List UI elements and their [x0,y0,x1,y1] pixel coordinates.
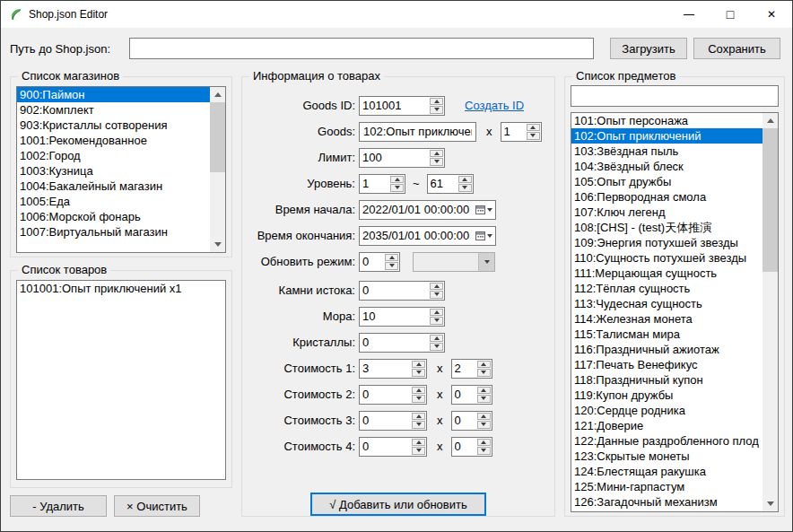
item-list-item[interactable]: 124:Блестящая ракушка [571,464,762,479]
item-list-item[interactable]: 126:Загадочный механизм [571,494,762,510]
items-filter-input[interactable] [571,85,779,107]
spin-up-icon[interactable] [430,309,443,317]
item-list-item[interactable]: 120:Сердце родника [571,403,762,418]
shops-scrollbar[interactable] [210,87,225,252]
level-min-input[interactable] [360,175,390,193]
item-list-item[interactable]: 101:Опыт персонажа [571,113,762,128]
scroll-up-icon[interactable] [210,87,225,102]
crystals-input[interactable] [360,334,430,352]
item-list-item[interactable]: 111:Мерцающая сущность [571,266,762,281]
spin-up-icon[interactable] [527,124,540,132]
cost2-id-input[interactable] [360,386,412,404]
time-start-value[interactable]: 2022/01/01 00:00:00 [360,203,472,216]
spin-up-icon[interactable] [430,335,443,343]
shop-list-item[interactable]: 902:Комплект [17,102,210,118]
calendar-dropdown-icon[interactable] [472,227,495,245]
path-input[interactable] [129,38,594,59]
add-or-update-button[interactable]: √ Добавить или обновить [310,493,486,516]
goods-id-spinner[interactable] [359,96,445,116]
item-list-item[interactable]: 110:Сущность потухшей звезды [571,250,762,266]
create-id-link[interactable]: Создать ID [465,99,524,112]
spin-up-icon[interactable] [430,283,443,291]
spin-down-icon[interactable] [477,447,491,455]
spin-up-icon[interactable] [477,439,491,447]
limit-input[interactable] [360,149,430,167]
spin-down-icon[interactable] [430,291,443,299]
scroll-up-icon[interactable] [762,113,778,128]
calendar-dropdown-icon[interactable] [472,201,495,219]
goods-count-input[interactable] [501,123,527,141]
item-list-item[interactable]: 117:Печать Венефикус [571,357,762,372]
item-list-item[interactable]: 109:Энергия потухшей звезды [571,235,762,250]
shop-list-item[interactable]: 1007:Виртуальный магазин [17,224,210,240]
item-list-item[interactable]: 107:Ключ легенд [571,205,762,220]
item-list-item[interactable]: 105:Опыт дружбы [571,174,762,189]
goods-input[interactable] [359,122,476,142]
shop-list-item[interactable]: 900:Паймон [17,87,210,102]
shop-goods-listbox[interactable]: 101001:Опыт приключений x1 [16,280,226,480]
shop-list-item[interactable]: 903:Кристаллы сотворения [17,118,210,133]
spin-up-icon[interactable] [430,98,443,106]
shop-list-item[interactable]: 1001:Рекомендованное [17,133,210,148]
spin-up-icon[interactable] [477,361,491,369]
item-list-item[interactable]: 119:Купон дружбы [571,388,762,403]
cost3-id-input[interactable] [360,412,412,430]
shop-list-item[interactable]: 1004:Бакалейный магазин [17,179,210,194]
spin-up-icon[interactable] [412,439,425,447]
cost3-id-spinner[interactable] [359,411,427,431]
item-list-item[interactable]: 116:Праздничный ажиотаж [571,342,762,357]
spin-down-icon[interactable] [430,106,443,114]
cost1-count-spinner[interactable] [451,359,492,379]
items-listbox[interactable]: 101:Опыт персонажа102:Опыт приключений10… [571,112,779,512]
cost4-count-spinner[interactable] [451,437,492,457]
item-list-item[interactable]: 103:Звёздная пыль [571,144,762,159]
cost1-id-spinner[interactable] [359,359,427,379]
shop-goods-list-item[interactable]: 101001:Опыт приключений x1 [17,281,225,296]
spin-down-icon[interactable] [477,395,491,403]
item-list-item[interactable]: 114:Железная монета [571,311,762,327]
spin-down-icon[interactable] [477,369,491,377]
cost2-id-spinner[interactable] [359,385,427,405]
scrollbar-thumb[interactable] [762,128,778,272]
item-list-item[interactable]: 108:[CHS] - (test)天体推演 [571,220,762,235]
cost3-count-input[interactable] [452,412,477,430]
spin-up-icon[interactable] [477,413,491,421]
cost4-id-spinner[interactable] [359,437,427,457]
shop-list-item[interactable]: 1006:Морской фонарь [17,209,210,224]
item-list-item[interactable]: 104:Звёздный блеск [571,159,762,174]
source-stones-input[interactable] [360,282,430,300]
cost1-count-input[interactable] [452,360,477,378]
scrollbar-thumb[interactable] [210,102,225,172]
item-list-item[interactable]: 113:Чудесная сущность [571,296,762,311]
spin-up-icon[interactable] [412,413,425,421]
spin-down-icon[interactable] [412,421,425,429]
spin-up-icon[interactable] [458,176,472,184]
spin-up-icon[interactable] [412,361,425,369]
title-bar[interactable]: Shop.json Editor — □ ✕ [1,1,792,28]
goods-id-input[interactable] [360,97,430,115]
level-max-input[interactable] [428,175,458,193]
clear-button[interactable]: × Очистить [114,495,200,517]
spin-up-icon[interactable] [412,387,425,395]
save-button[interactable]: Сохранить [693,38,780,59]
time-end-value[interactable]: 2035/01/01 00:00:00 [360,229,472,242]
time-end-picker[interactable]: 2035/01/01 00:00:00 [359,226,496,246]
crystals-spinner[interactable] [359,333,445,353]
spin-down-icon[interactable] [412,395,425,403]
spin-down-icon[interactable] [527,132,540,140]
load-button[interactable]: Загрузить [610,38,687,59]
shops-listbox[interactable]: 900:Паймон902:Комплект903:Кристаллы сотв… [16,86,226,253]
shop-list-item[interactable]: 1003:Кузница [17,163,210,179]
spin-up-icon[interactable] [477,387,491,395]
cost4-id-input[interactable] [360,438,412,456]
refresh-mode-spinner[interactable] [359,252,400,272]
refresh-mode-input[interactable] [360,253,385,271]
cost4-count-input[interactable] [452,438,477,456]
close-icon[interactable]: ✕ [751,1,792,28]
item-list-item[interactable]: 102:Опыт приключений [571,128,762,144]
mora-input[interactable] [360,308,430,326]
spin-down-icon[interactable] [412,369,425,377]
level-min-spinner[interactable] [359,174,405,194]
mora-spinner[interactable] [359,307,445,327]
item-list-item[interactable]: 121:Доверие [571,418,762,433]
